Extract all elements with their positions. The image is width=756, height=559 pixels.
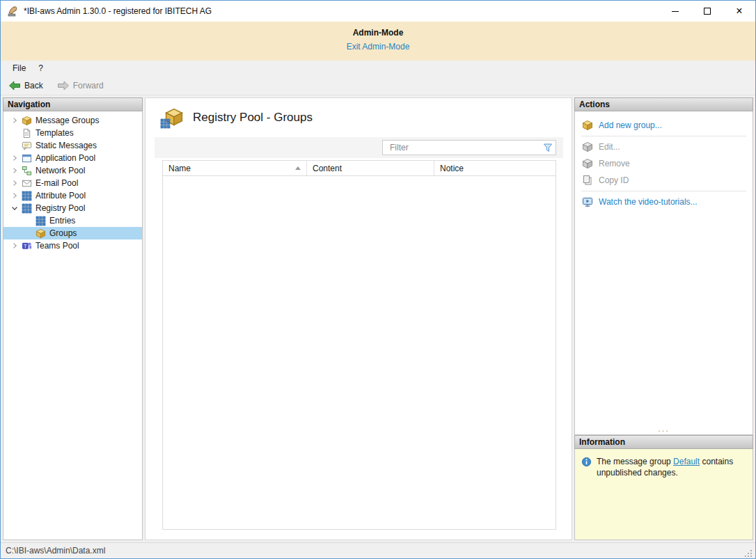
chevron-right-icon[interactable]: [10, 178, 19, 188]
application-pool-icon: [22, 153, 32, 164]
actions-separator: [581, 136, 746, 136]
sidebar-item-message-groups[interactable]: Message Groups: [3, 114, 142, 127]
column-header-name[interactable]: Name: [163, 161, 307, 175]
titlebar: *IBI-aws Admin 1.30.0 - registered for I…: [1, 1, 755, 22]
navigation-header: Navigation: [3, 97, 143, 111]
chevron-right-icon[interactable]: [10, 116, 19, 125]
chevron-right-icon[interactable]: [10, 166, 19, 175]
sidebar-item-application-pool[interactable]: Application Pool: [3, 152, 142, 164]
filter-box: [382, 140, 556, 155]
static-messages-icon: [22, 141, 32, 151]
resize-grip-icon: [744, 549, 753, 558]
actions-spacer: [575, 210, 753, 424]
chevron-down-icon[interactable]: [10, 203, 19, 213]
information-message: The message group Default contains unpub…: [597, 456, 746, 478]
close-icon: ×: [736, 6, 742, 17]
minimize-button[interactable]: [659, 1, 691, 22]
content-header: Registry Pool - Groups: [145, 98, 572, 136]
filter-input[interactable]: [382, 140, 556, 155]
add-new-group-action[interactable]: Add new group...: [575, 117, 753, 134]
forward-label: Forward: [73, 81, 104, 90]
actions-panel: Add new group... Edit... Remove Copy ID: [574, 111, 753, 435]
teams-pool-icon: [22, 241, 32, 251]
main-area: Navigation Message Groups Templates Stat…: [1, 95, 755, 542]
close-button[interactable]: ×: [723, 1, 755, 22]
table-body-empty: [163, 176, 556, 529]
actions-more-indicator[interactable]: ...: [575, 424, 753, 434]
chevron-right-icon[interactable]: [10, 153, 19, 163]
copy-icon: [582, 175, 593, 186]
right-column: Actions Add new group... Edit... Remove: [574, 97, 753, 540]
statusbar-path: C:\IBI-aws\Admin\Data.xml: [6, 546, 105, 556]
content-panel: Registry Pool - Groups Name Content: [145, 97, 572, 540]
maximize-button[interactable]: [691, 1, 723, 22]
app-icon: [7, 6, 19, 17]
toolbar: Back Forward: [1, 76, 755, 95]
entries-icon: [36, 216, 46, 226]
filter-icon[interactable]: [542, 142, 553, 153]
admin-mode-banner: Admin-Mode Exit Admin-Mode: [1, 22, 755, 61]
sidebar-item-static-messages[interactable]: Static Messages: [3, 139, 142, 152]
sidebar-item-email-pool[interactable]: E-mail Pool: [3, 177, 142, 189]
registry-pool-icon: [22, 203, 32, 214]
chevron-right-icon[interactable]: [10, 241, 19, 251]
resize-grip[interactable]: [744, 549, 753, 558]
templates-icon: [22, 128, 32, 139]
back-button[interactable]: Back: [5, 79, 47, 92]
sidebar-item-teams-pool[interactable]: Teams Pool: [3, 239, 142, 252]
sidebar-item-network-pool[interactable]: Network Pool: [3, 164, 142, 177]
email-pool-icon: [22, 178, 32, 189]
window-title: *IBI-aws Admin 1.30.0 - registered for I…: [24, 6, 212, 16]
admin-mode-title: Admin-Mode: [1, 28, 755, 38]
sidebar-item-templates[interactable]: Templates: [3, 127, 142, 139]
chevron-right-icon[interactable]: [10, 191, 19, 200]
column-header-content[interactable]: Content: [307, 161, 434, 175]
menu-file[interactable]: File: [6, 62, 32, 74]
watch-tutorials-action[interactable]: Watch the video-tutorials...: [575, 194, 753, 210]
groups-table: Name Content Notice: [162, 160, 556, 530]
remove-icon: [582, 158, 593, 169]
exit-admin-mode-link[interactable]: Exit Admin-Mode: [347, 42, 410, 52]
actions-header: Actions: [574, 97, 753, 111]
information-header: Information: [574, 435, 753, 449]
expander-spacer: [10, 128, 19, 138]
sidebar-item-registry-pool[interactable]: Registry Pool: [3, 202, 142, 214]
message-groups-icon: [22, 116, 32, 126]
maximize-icon: [704, 8, 711, 15]
back-label: Back: [24, 81, 43, 90]
copy-id-action[interactable]: Copy ID: [575, 172, 753, 189]
expander-spacer: [24, 216, 33, 226]
table-header-row: Name Content Notice: [163, 161, 556, 176]
sort-ascending-icon: [295, 166, 301, 170]
expander-spacer: [24, 228, 33, 238]
menu-help[interactable]: ?: [32, 62, 49, 74]
minimize-icon: [672, 11, 679, 12]
default-group-link[interactable]: Default: [673, 457, 700, 466]
information-panel: The message group Default contains unpub…: [574, 449, 753, 540]
groups-icon: [36, 228, 46, 239]
forward-button[interactable]: Forward: [54, 79, 107, 92]
column-header-notice[interactable]: Notice: [434, 161, 556, 175]
navigation-panel: Navigation Message Groups Templates Stat…: [3, 97, 143, 540]
info-icon: [581, 457, 592, 467]
page-title: Registry Pool - Groups: [193, 111, 313, 125]
edit-action[interactable]: Edit...: [575, 139, 753, 155]
attribute-pool-icon: [22, 191, 32, 201]
back-arrow-icon: [8, 81, 21, 90]
sidebar-item-groups[interactable]: Groups: [3, 227, 142, 239]
window-controls: ×: [659, 1, 755, 22]
edit-icon: [582, 141, 593, 152]
video-tutorials-icon: [582, 196, 593, 207]
add-group-icon: [582, 120, 593, 131]
registry-pool-groups-icon: [160, 107, 184, 128]
actions-separator: [581, 191, 746, 191]
sidebar-item-entries[interactable]: Entries: [3, 214, 142, 227]
network-pool-icon: [22, 166, 32, 176]
forward-arrow-icon: [57, 81, 70, 90]
sidebar-item-attribute-pool[interactable]: Attribute Pool: [3, 189, 142, 202]
navigation-tree: Message Groups Templates Static Messages…: [3, 111, 143, 540]
app-window: *IBI-aws Admin 1.30.0 - registered for I…: [0, 0, 756, 559]
menubar: File ?: [1, 61, 755, 76]
expander-spacer: [10, 141, 19, 150]
remove-action[interactable]: Remove: [575, 155, 753, 172]
